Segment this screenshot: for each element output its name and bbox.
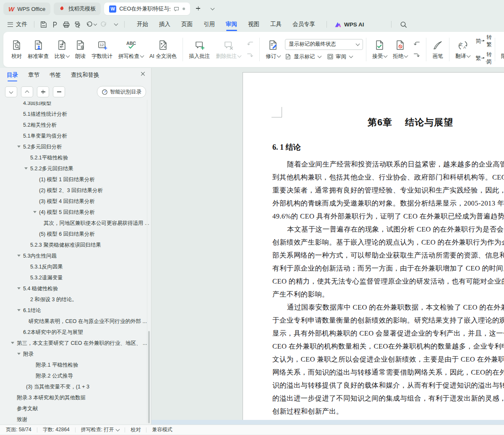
toc-item[interactable]: 第三，本文主要研究了 CEO 在外兼职的行业、地区、 ... xyxy=(0,338,151,349)
page-indicator[interactable]: 页面: 58/74 xyxy=(6,426,31,433)
toc-expander-icon[interactable] xyxy=(24,167,28,169)
ai-polish-button[interactable]: AI 全文润色 xyxy=(146,38,180,62)
toc-item[interactable]: 研究结果表明，CEO 在与原企业不同行业的外部 ... xyxy=(0,316,151,327)
toc-item[interactable]: (2) 模型 2、3 回归结果分析 xyxy=(0,185,151,196)
smart-toc-button[interactable]: 智能识别目录 xyxy=(97,86,146,98)
save-button[interactable] xyxy=(38,19,49,29)
word-count-button[interactable]: 12 字数统计 xyxy=(89,38,115,62)
next-change-button[interactable] xyxy=(412,52,421,59)
undo-button[interactable] xyxy=(84,19,98,29)
insert-comment-button[interactable]: 插入批注 xyxy=(186,38,213,62)
zoom-in-button[interactable] xyxy=(37,86,49,97)
menu-item-审阅[interactable]: 审阅 xyxy=(220,18,243,30)
compare-button[interactable]: 比较 xyxy=(52,38,72,62)
toc-item[interactable]: 5.1单变量均值分析 xyxy=(0,130,151,141)
toc-item[interactable]: 其次，同地区兼职使本公司更容易获得适用 ... xyxy=(0,218,151,229)
tab-list-button[interactable] xyxy=(207,4,217,14)
menu-item-视图[interactable]: 视图 xyxy=(243,18,265,30)
toc-item[interactable]: 5.2.3 聚类稳健标准误回归结果 xyxy=(0,240,151,250)
collapse-all-button[interactable] xyxy=(5,86,17,97)
toc-item[interactable]: 5.2多元回归分析 xyxy=(0,141,151,152)
toc-item[interactable]: 附录.3 本研究相关的其他数据 xyxy=(0,392,151,403)
toc-item[interactable]: 附录.1 平稳性检验 xyxy=(0,359,151,370)
review-pane-button[interactable]: 审阅 xyxy=(327,53,353,60)
toc-expander-icon[interactable] xyxy=(17,255,21,257)
toc-expander-icon[interactable] xyxy=(11,342,14,344)
proofread-button[interactable]: 校对 xyxy=(8,38,25,62)
toc-item[interactable]: 5.3.1反向因果 xyxy=(0,261,151,272)
reject-change-button[interactable]: 拒绝 xyxy=(390,38,410,62)
close-sidebar-button[interactable] xyxy=(140,71,145,76)
toc-item[interactable]: 5.2.1平稳性检验 xyxy=(0,152,151,163)
to-simplified-button[interactable]: 繁 转简 xyxy=(475,51,492,65)
toc-item[interactable]: 附录.2 公式推导 xyxy=(0,370,151,381)
previous-change-button[interactable] xyxy=(412,40,421,47)
sidebar-tab-目录[interactable]: 目录 xyxy=(7,71,18,81)
next-comment-button[interactable] xyxy=(245,52,255,59)
toc-item[interactable]: 5.1描述性统计分析 xyxy=(0,109,151,120)
sidebar-tab-章节[interactable]: 章节 xyxy=(28,71,39,81)
to-traditional-button[interactable]: 简 转繁 xyxy=(475,34,492,48)
toc-item[interactable]: 6.2本研究中的不足与展望 xyxy=(0,327,151,338)
menu-item-会员专享[interactable]: 会员专享 xyxy=(287,18,321,30)
sidebar-scrollbar-thumb[interactable] xyxy=(148,331,150,423)
tab-docer-templates[interactable]: 找稻壳模板 xyxy=(54,3,101,15)
restrict-editing-button[interactable]: 限制编辑 xyxy=(498,38,504,62)
search-button[interactable] xyxy=(398,19,409,29)
toc-item[interactable]: 附录 xyxy=(0,349,151,359)
read-aloud-button[interactable]: 朗读 xyxy=(72,38,89,62)
track-changes-button[interactable]: 修订 xyxy=(263,38,283,62)
proofread-status[interactable]: 校对 xyxy=(131,426,141,433)
toc-item[interactable]: 6.1结论 xyxy=(0,305,151,316)
zoom-out-button[interactable] xyxy=(53,86,65,97)
show-markup-button[interactable]: 显示标记 xyxy=(285,53,321,60)
quick-access-more-button[interactable] xyxy=(110,19,120,29)
menu-item-开始[interactable]: 开始 xyxy=(131,18,154,30)
previous-comment-button[interactable] xyxy=(245,40,255,47)
markup-state-select[interactable]: 显示标记的最终状态 xyxy=(285,39,363,50)
toc-expander-icon[interactable] xyxy=(17,353,21,355)
toc-item[interactable]: 参考文献 xyxy=(0,403,151,414)
horizontal-scroll-strip[interactable] xyxy=(151,420,504,425)
compatibility-mode-badge[interactable]: 兼容模式 xyxy=(152,426,172,433)
tab-document[interactable]: W CEO在外兼职特征与企业创新绩 xyxy=(104,3,190,15)
toc-expander-icon[interactable] xyxy=(17,287,21,289)
toc-expander-icon[interactable] xyxy=(17,146,21,148)
group-expander-icon[interactable] xyxy=(485,60,489,65)
menu-item-插入[interactable]: 插入 xyxy=(154,18,176,30)
sidebar-tab-查找和替换[interactable]: 查找和替换 xyxy=(71,71,99,81)
toc-item[interactable]: 5.3内生性问题 xyxy=(0,250,151,261)
toc-item[interactable]: 5.2.2多元回归结果 xyxy=(0,163,151,174)
toc-expander-icon[interactable] xyxy=(33,211,37,213)
print-button[interactable] xyxy=(61,19,71,29)
toc-item[interactable]: (5) 模型 6 回归结果分析 xyxy=(0,229,151,240)
toc-item[interactable]: 5.2相关性分析 xyxy=(0,120,151,130)
menu-item-工具[interactable]: 工具 xyxy=(265,18,287,30)
delete-comment-button[interactable]: 删除批注 xyxy=(213,38,244,62)
toc-item[interactable]: 2 和假设 3 的结论。 xyxy=(0,294,151,305)
toc-item[interactable]: 致谢 xyxy=(0,414,151,425)
menu-item-引用[interactable]: 引用 xyxy=(198,18,220,30)
toc-item[interactable]: (1) 模型 1 回归结果分析 xyxy=(0,174,151,185)
document-page[interactable]: 第6章结论与展望 6. 1 结论 随着企业间生产经营和投资活动联系的日益紧密，越… xyxy=(243,72,504,425)
toc-item[interactable]: (3) 模型 4 回归结果分析 xyxy=(0,196,151,207)
new-tab-button[interactable] xyxy=(193,4,204,14)
menu-item-页面[interactable]: 页面 xyxy=(176,18,198,30)
toc-expander-icon[interactable] xyxy=(17,309,21,311)
translate-button[interactable]: 文A 翻译 xyxy=(452,38,473,62)
toc-item[interactable]: 5.3.2遗漏变量 xyxy=(0,272,151,283)
export-pdf-button[interactable] xyxy=(50,19,60,29)
tab-wps-office[interactable]: W WPS Office xyxy=(3,3,50,15)
file-menu-button[interactable]: 文件 xyxy=(4,19,31,30)
toc-item[interactable]: (3) 当其他变量不变，(1 + 3 xyxy=(0,381,151,392)
redo-button[interactable] xyxy=(99,19,109,29)
toc-item[interactable]: 4.3回归模型 xyxy=(0,102,151,109)
print-preview-button[interactable] xyxy=(72,19,83,29)
accept-change-button[interactable]: 接受 xyxy=(369,38,390,62)
sidebar-tab-书签[interactable]: 书签 xyxy=(50,71,61,81)
spell-check-button[interactable]: ABC 拼写检查 xyxy=(115,38,146,62)
comment-bubble-icon[interactable] xyxy=(173,6,180,12)
toc-item[interactable]: (4) 模型 5 回归结果分析 xyxy=(0,207,151,218)
word-count-indicator[interactable]: 字数: 42864 xyxy=(43,426,70,433)
wps-ai-button[interactable]: WPS AI xyxy=(330,21,368,28)
